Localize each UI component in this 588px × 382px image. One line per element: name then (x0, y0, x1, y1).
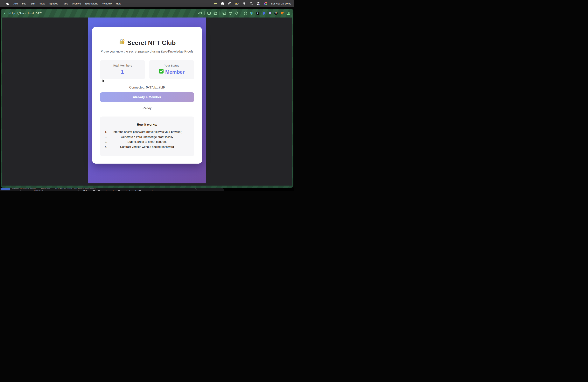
rainbow-circle-icon[interactable] (264, 2, 268, 5)
step-3-text: Submit proof to smart contract (127, 140, 167, 143)
x-extension-icon[interactable]: X (274, 12, 278, 15)
crosshair-icon[interactable] (235, 11, 238, 15)
stocks-chart-icon[interactable] (213, 2, 217, 5)
adguard-shield-icon[interactable] (250, 11, 253, 15)
step-1-text: Enter the secret password (never leaves … (112, 130, 182, 133)
your-status-label: Your Status (149, 64, 194, 67)
globe-icon[interactable] (229, 11, 232, 15)
background-window-sliver: zk proofs on rootstock with noir Launchp… (0, 188, 294, 191)
stats-row: Total Members 1 Your Status Member (100, 60, 194, 79)
menu-archive[interactable]: Archive (70, 2, 83, 5)
menu-view[interactable]: View (37, 2, 47, 5)
search-icon[interactable] (195, 188, 197, 190)
notes-doc-title: zk proofs on rootstock with noir (12, 188, 36, 189)
step-4-number: 4. (105, 144, 107, 149)
menubar-clock[interactable]: Sat Nov 29 20:52 (271, 2, 291, 5)
step-2: 2. Generate a zero-knowledge proof local… (105, 134, 189, 139)
how-it-works-steps: 1. Enter the secret password (never leav… (105, 129, 189, 149)
notes-schedule-text: 5 PM: 10 mins coding; 7 PM: 10 mins writ… (55, 188, 96, 189)
grammarly-icon[interactable]: G (221, 2, 225, 5)
extensions-puzzle-icon[interactable] (244, 11, 247, 15)
macos-menubar: Arc File Edit View Spaces Tabs Archive E… (0, 0, 294, 7)
step-2-number: 2. (105, 134, 107, 139)
menu-help[interactable]: Help (114, 2, 124, 5)
metamask-icon[interactable] (280, 11, 284, 15)
menu-file[interactable]: File (20, 2, 29, 5)
browser-toolbar: i http://localhost:5173 (1, 9, 293, 18)
rabbit-extension-icon[interactable] (262, 11, 266, 15)
menu-extensions[interactable]: Extensions (83, 2, 100, 5)
page-title: Secret NFT Club (100, 39, 194, 47)
symbiosis-label: Symbiosis (33, 190, 43, 191)
how-it-works-box: How it works: 1. Enter the secret passwo… (100, 117, 194, 156)
image-capture-icon[interactable] (207, 11, 211, 15)
divider (78, 190, 79, 191)
secret-nft-club-card: Secret NFT Club Prove you know the secre… (92, 27, 202, 164)
page-viewport: Secret NFT Club Prove you know the secre… (2, 18, 292, 186)
plus-icon[interactable]: + (200, 188, 202, 190)
step7-heading: Step 7: Deploy to Rootstock Testnet (83, 189, 153, 191)
terminal-icon[interactable] (222, 11, 226, 15)
step-3: 3. Submit proof to smart contract (105, 139, 189, 144)
step-1-number: 1. (105, 129, 107, 134)
site-info-button[interactable]: i (4, 11, 5, 15)
notes-launchpad-label: Launchpad (41, 188, 50, 189)
your-status-stat: Your Status Member (149, 60, 194, 79)
arc-browser-window: i http://localhost:5173 (1, 9, 293, 188)
toolbar-divider (241, 11, 241, 15)
page-subtitle: Prove you know the secret password using… (100, 50, 194, 53)
apple-menu-icon[interactable] (4, 2, 11, 5)
battery-icon[interactable] (235, 2, 239, 5)
wifi-icon[interactable] (242, 2, 246, 5)
menu-app-arc[interactable]: Arc (11, 2, 20, 5)
total-members-label: Total Members (100, 64, 145, 67)
status-ready-text: Ready (100, 106, 194, 110)
blue-tab[interactable] (1, 188, 10, 191)
page-title-text: Secret NFT Club (127, 39, 176, 47)
menu-spaces[interactable]: Spaces (47, 2, 60, 5)
step-4: 4. Contract verifies without seeing pass… (105, 144, 189, 149)
menu-window[interactable]: Window (100, 2, 114, 5)
check-mark-emoji (159, 69, 164, 75)
screen: Arc File Edit View Spaces Tabs Archive E… (0, 0, 294, 191)
lock-with-key-emoji (118, 39, 125, 47)
control-center-icon[interactable] (257, 2, 261, 5)
step-3-number: 3. (105, 139, 107, 144)
status-member-text: Member (165, 69, 185, 75)
how-it-works-heading: How it works: (105, 123, 189, 127)
menu-edit[interactable]: Edit (28, 2, 37, 5)
menu-tabs[interactable]: Tabs (60, 2, 70, 5)
play-circle-icon[interactable] (228, 2, 232, 5)
step-2-text: Generate a zero-knowledge proof locally (121, 135, 173, 138)
notes-window-top: zk proofs on rootstock with noir Launchp… (0, 188, 224, 191)
copy-link-icon[interactable] (198, 11, 202, 15)
step-1: 1. Enter the secret password (never leav… (105, 129, 189, 134)
split-view-icon[interactable] (286, 11, 290, 15)
toolbar-divider (204, 11, 205, 15)
ghostery-icon[interactable] (268, 11, 272, 15)
page-gradient-background: Secret NFT Club Prove you know the secre… (88, 18, 206, 183)
total-members-value: 1 (100, 69, 145, 75)
your-status-value: Member (149, 69, 194, 75)
l-script-extension-icon[interactable]: L (256, 12, 259, 15)
url-bar[interactable]: http://localhost:5173 (9, 12, 42, 15)
camera-screenshot-icon[interactable] (213, 11, 217, 15)
connected-address: Connected: 0x37cb...7bf9 (100, 85, 194, 89)
spotlight-search-icon[interactable] (250, 2, 253, 5)
notes-toolbar-row: zk proofs on rootstock with noir Launchp… (12, 188, 95, 189)
step-4-text: Contract verifies without seeing passwor… (120, 145, 174, 149)
already-a-member-button[interactable]: Already a Member (100, 92, 194, 102)
total-members-stat: Total Members 1 (100, 60, 145, 79)
notes-right-icons: + (195, 188, 202, 190)
